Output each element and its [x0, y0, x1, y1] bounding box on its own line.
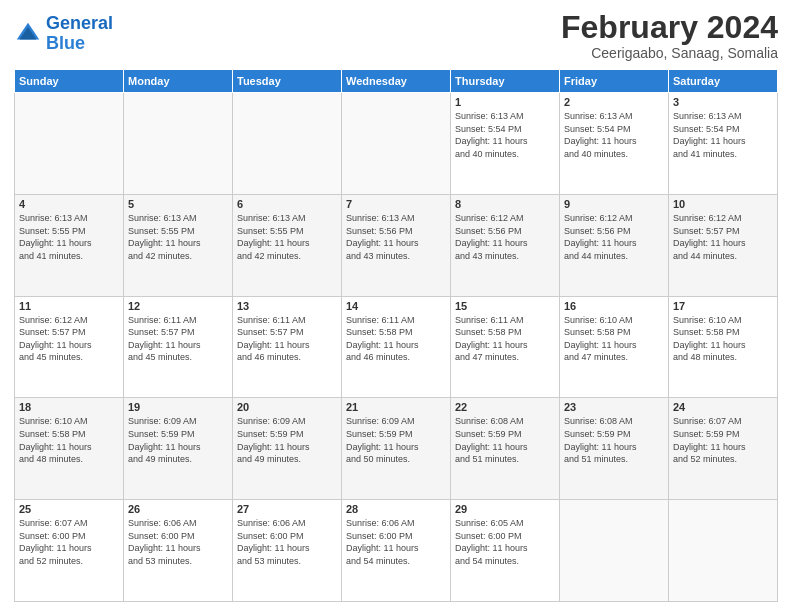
header: General Blue February 2024 Ceerigaabo, S… — [14, 10, 778, 61]
day-number: 15 — [455, 300, 555, 312]
day-number: 9 — [564, 198, 664, 210]
day-info: Sunrise: 6:13 AM Sunset: 5:54 PM Dayligh… — [673, 110, 773, 160]
day-number: 7 — [346, 198, 446, 210]
day-number: 12 — [128, 300, 228, 312]
calendar-cell: 21Sunrise: 6:09 AM Sunset: 5:59 PM Dayli… — [342, 398, 451, 500]
day-number: 6 — [237, 198, 337, 210]
week-row-0: 1Sunrise: 6:13 AM Sunset: 5:54 PM Daylig… — [15, 93, 778, 195]
main-title: February 2024 — [561, 10, 778, 45]
calendar-cell: 6Sunrise: 6:13 AM Sunset: 5:55 PM Daylig… — [233, 194, 342, 296]
day-number: 19 — [128, 401, 228, 413]
calendar-cell: 14Sunrise: 6:11 AM Sunset: 5:58 PM Dayli… — [342, 296, 451, 398]
calendar-cell: 25Sunrise: 6:07 AM Sunset: 6:00 PM Dayli… — [15, 500, 124, 602]
calendar-header-row: SundayMondayTuesdayWednesdayThursdayFrid… — [15, 70, 778, 93]
calendar-cell: 29Sunrise: 6:05 AM Sunset: 6:00 PM Dayli… — [451, 500, 560, 602]
day-number: 11 — [19, 300, 119, 312]
day-number: 22 — [455, 401, 555, 413]
calendar-cell — [560, 500, 669, 602]
calendar-cell: 7Sunrise: 6:13 AM Sunset: 5:56 PM Daylig… — [342, 194, 451, 296]
day-number: 27 — [237, 503, 337, 515]
calendar-cell: 3Sunrise: 6:13 AM Sunset: 5:54 PM Daylig… — [669, 93, 778, 195]
calendar-cell: 15Sunrise: 6:11 AM Sunset: 5:58 PM Dayli… — [451, 296, 560, 398]
header-wednesday: Wednesday — [342, 70, 451, 93]
header-tuesday: Tuesday — [233, 70, 342, 93]
day-info: Sunrise: 6:09 AM Sunset: 5:59 PM Dayligh… — [128, 415, 228, 465]
day-info: Sunrise: 6:11 AM Sunset: 5:58 PM Dayligh… — [346, 314, 446, 364]
day-number: 26 — [128, 503, 228, 515]
week-row-4: 25Sunrise: 6:07 AM Sunset: 6:00 PM Dayli… — [15, 500, 778, 602]
day-info: Sunrise: 6:12 AM Sunset: 5:56 PM Dayligh… — [455, 212, 555, 262]
day-number: 13 — [237, 300, 337, 312]
calendar-cell: 2Sunrise: 6:13 AM Sunset: 5:54 PM Daylig… — [560, 93, 669, 195]
day-info: Sunrise: 6:07 AM Sunset: 5:59 PM Dayligh… — [673, 415, 773, 465]
calendar-cell: 5Sunrise: 6:13 AM Sunset: 5:55 PM Daylig… — [124, 194, 233, 296]
calendar-cell — [342, 93, 451, 195]
calendar: SundayMondayTuesdayWednesdayThursdayFrid… — [14, 69, 778, 602]
day-number: 17 — [673, 300, 773, 312]
day-info: Sunrise: 6:13 AM Sunset: 5:55 PM Dayligh… — [128, 212, 228, 262]
day-info: Sunrise: 6:12 AM Sunset: 5:57 PM Dayligh… — [19, 314, 119, 364]
logo-icon — [14, 20, 42, 48]
day-number: 29 — [455, 503, 555, 515]
day-number: 23 — [564, 401, 664, 413]
day-info: Sunrise: 6:06 AM Sunset: 6:00 PM Dayligh… — [128, 517, 228, 567]
calendar-cell: 22Sunrise: 6:08 AM Sunset: 5:59 PM Dayli… — [451, 398, 560, 500]
week-row-2: 11Sunrise: 6:12 AM Sunset: 5:57 PM Dayli… — [15, 296, 778, 398]
calendar-cell — [124, 93, 233, 195]
day-number: 14 — [346, 300, 446, 312]
day-info: Sunrise: 6:13 AM Sunset: 5:55 PM Dayligh… — [19, 212, 119, 262]
day-number: 3 — [673, 96, 773, 108]
day-number: 16 — [564, 300, 664, 312]
calendar-cell: 4Sunrise: 6:13 AM Sunset: 5:55 PM Daylig… — [15, 194, 124, 296]
calendar-cell: 19Sunrise: 6:09 AM Sunset: 5:59 PM Dayli… — [124, 398, 233, 500]
day-info: Sunrise: 6:10 AM Sunset: 5:58 PM Dayligh… — [673, 314, 773, 364]
calendar-cell: 9Sunrise: 6:12 AM Sunset: 5:56 PM Daylig… — [560, 194, 669, 296]
calendar-cell: 24Sunrise: 6:07 AM Sunset: 5:59 PM Dayli… — [669, 398, 778, 500]
page: General Blue February 2024 Ceerigaabo, S… — [0, 0, 792, 612]
calendar-cell: 23Sunrise: 6:08 AM Sunset: 5:59 PM Dayli… — [560, 398, 669, 500]
calendar-cell: 1Sunrise: 6:13 AM Sunset: 5:54 PM Daylig… — [451, 93, 560, 195]
day-info: Sunrise: 6:13 AM Sunset: 5:55 PM Dayligh… — [237, 212, 337, 262]
calendar-cell: 13Sunrise: 6:11 AM Sunset: 5:57 PM Dayli… — [233, 296, 342, 398]
logo-line2: Blue — [46, 34, 113, 54]
day-number: 2 — [564, 96, 664, 108]
header-friday: Friday — [560, 70, 669, 93]
day-number: 1 — [455, 96, 555, 108]
day-info: Sunrise: 6:09 AM Sunset: 5:59 PM Dayligh… — [346, 415, 446, 465]
calendar-cell: 17Sunrise: 6:10 AM Sunset: 5:58 PM Dayli… — [669, 296, 778, 398]
day-info: Sunrise: 6:11 AM Sunset: 5:58 PM Dayligh… — [455, 314, 555, 364]
title-block: February 2024 Ceerigaabo, Sanaag, Somali… — [561, 10, 778, 61]
day-info: Sunrise: 6:12 AM Sunset: 5:57 PM Dayligh… — [673, 212, 773, 262]
day-number: 20 — [237, 401, 337, 413]
header-thursday: Thursday — [451, 70, 560, 93]
day-info: Sunrise: 6:08 AM Sunset: 5:59 PM Dayligh… — [455, 415, 555, 465]
calendar-cell: 11Sunrise: 6:12 AM Sunset: 5:57 PM Dayli… — [15, 296, 124, 398]
day-info: Sunrise: 6:07 AM Sunset: 6:00 PM Dayligh… — [19, 517, 119, 567]
subtitle: Ceerigaabo, Sanaag, Somalia — [561, 45, 778, 61]
calendar-cell: 12Sunrise: 6:11 AM Sunset: 5:57 PM Dayli… — [124, 296, 233, 398]
day-info: Sunrise: 6:06 AM Sunset: 6:00 PM Dayligh… — [346, 517, 446, 567]
calendar-cell: 8Sunrise: 6:12 AM Sunset: 5:56 PM Daylig… — [451, 194, 560, 296]
day-number: 5 — [128, 198, 228, 210]
calendar-cell — [669, 500, 778, 602]
day-number: 18 — [19, 401, 119, 413]
day-info: Sunrise: 6:10 AM Sunset: 5:58 PM Dayligh… — [19, 415, 119, 465]
calendar-cell: 10Sunrise: 6:12 AM Sunset: 5:57 PM Dayli… — [669, 194, 778, 296]
logo: General Blue — [14, 14, 113, 54]
day-info: Sunrise: 6:13 AM Sunset: 5:54 PM Dayligh… — [564, 110, 664, 160]
calendar-cell: 26Sunrise: 6:06 AM Sunset: 6:00 PM Dayli… — [124, 500, 233, 602]
day-number: 25 — [19, 503, 119, 515]
day-number: 21 — [346, 401, 446, 413]
day-info: Sunrise: 6:06 AM Sunset: 6:00 PM Dayligh… — [237, 517, 337, 567]
header-monday: Monday — [124, 70, 233, 93]
header-saturday: Saturday — [669, 70, 778, 93]
day-info: Sunrise: 6:11 AM Sunset: 5:57 PM Dayligh… — [128, 314, 228, 364]
day-info: Sunrise: 6:08 AM Sunset: 5:59 PM Dayligh… — [564, 415, 664, 465]
calendar-cell: 16Sunrise: 6:10 AM Sunset: 5:58 PM Dayli… — [560, 296, 669, 398]
week-row-3: 18Sunrise: 6:10 AM Sunset: 5:58 PM Dayli… — [15, 398, 778, 500]
day-info: Sunrise: 6:05 AM Sunset: 6:00 PM Dayligh… — [455, 517, 555, 567]
calendar-cell: 18Sunrise: 6:10 AM Sunset: 5:58 PM Dayli… — [15, 398, 124, 500]
day-number: 28 — [346, 503, 446, 515]
calendar-cell: 27Sunrise: 6:06 AM Sunset: 6:00 PM Dayli… — [233, 500, 342, 602]
calendar-cell — [233, 93, 342, 195]
